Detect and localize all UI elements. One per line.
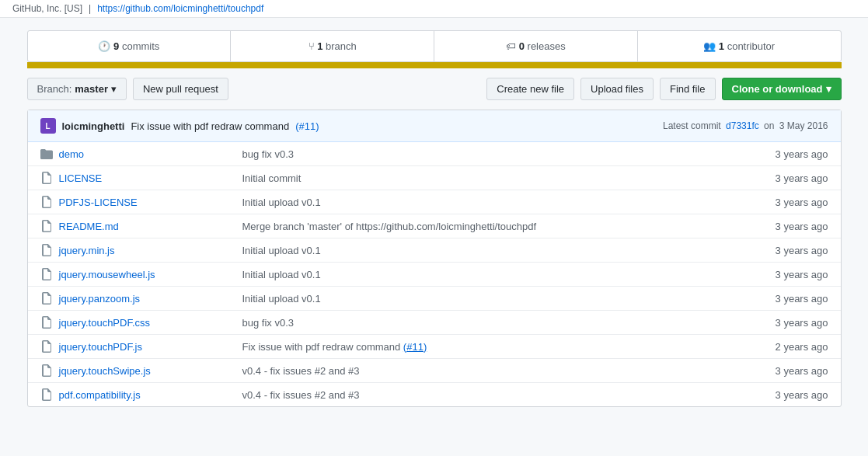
commit-issue-link[interactable]: (#11) [295,120,319,132]
file-toolbar: Branch: master ▾ New pull request Create… [27,78,842,100]
folder-icon [40,148,53,160]
file-icon [40,316,53,329]
file-time: 3 years ago [735,293,828,305]
branch-icon: ⑂ [309,40,318,52]
table-row: demobug fix v0.33 years ago [28,142,841,166]
commit-date: 3 May 2016 [779,120,828,131]
create-new-file-button[interactable]: Create new file [486,78,574,100]
clone-or-download-button[interactable]: Clone or download ▾ [722,78,842,100]
branch-selector[interactable]: Branch: master ▾ [27,78,127,100]
branches-count: 1 [317,40,322,52]
commits-icon: 🕐 [98,40,113,52]
file-commit-message: Initial upload v0.1 [230,197,735,208]
contributors-label: contributor [727,40,775,52]
table-row: pdf.compatibility.jsv0.4 - fix issues #2… [28,383,841,406]
contributors-count: 1 [719,40,724,52]
commits-count: 9 [113,40,119,52]
file-icon [40,196,53,208]
branches-stat[interactable]: ⑂ 1 branch [231,31,434,61]
file-list: demobug fix v0.33 years agoLICENSEInitia… [28,142,841,406]
file-time: 3 years ago [735,365,828,377]
file-name-link[interactable]: jquery.panzoom.js [59,293,230,305]
file-icon [40,388,53,401]
branch-dropdown-icon: ▾ [111,83,117,95]
file-icon [40,172,53,184]
file-icon [40,220,53,232]
file-icon [40,244,53,256]
author-avatar: L [40,118,56,134]
clone-dropdown-icon: ▾ [826,83,831,95]
commit-header: L loicminghetti Fix issue with pdf redra… [28,110,841,142]
table-row: jquery.touchPDF.cssbug fix v0.33 years a… [28,311,841,335]
file-time: 3 years ago [735,172,828,184]
file-time: 3 years ago [735,269,828,280]
file-commit-message: v0.4 - fix issues #2 and #3 [230,389,735,401]
toolbar-left: Branch: master ▾ New pull request [27,78,228,100]
repo-url[interactable]: https://github.com/loicminghetti/touchpd… [97,3,263,14]
file-time: 3 years ago [735,221,828,232]
language-bar [27,62,842,68]
date-label: on [764,120,774,131]
commits-label: commits [122,40,159,52]
file-name-link[interactable]: pdf.compatibility.js [59,389,230,401]
table-row: jquery.mousewheel.jsInitial upload v0.13… [28,263,841,287]
file-name-link[interactable]: jquery.mousewheel.js [59,269,230,280]
file-commit-message: Initial upload v0.1 [230,269,735,280]
file-time: 2 years ago [735,341,828,353]
org-label: GitHub, Inc. [US] [12,3,82,14]
file-commit-message: v0.4 - fix issues #2 and #3 [230,365,735,377]
file-name-link[interactable]: jquery.touchPDF.css [59,317,230,329]
file-commit-message: Initial upload v0.1 [230,245,735,256]
commit-hash-link[interactable]: d7331fc [726,120,759,131]
clone-button-label: Clone or download [732,83,823,95]
file-commit-message: Merge branch 'master' of https://github.… [230,221,735,232]
branches-label: branch [326,40,357,52]
file-icon [40,292,53,305]
file-name-link[interactable]: jquery.min.js [59,245,230,256]
table-row: LICENSEInitial commit3 years ago [28,166,841,190]
releases-label: releases [528,40,566,52]
repo-stats: 🕐 9 commits ⑂ 1 branch 🏷 0 releases 👥 1 … [27,30,842,62]
commits-stat[interactable]: 🕐 9 commits [28,31,232,61]
file-icon [40,268,53,280]
file-table: L loicminghetti Fix issue with pdf redra… [27,110,842,407]
table-row: PDFJS-LICENSEInitial upload v0.13 years … [28,190,841,214]
latest-commit-info: Latest commit d7331fc on 3 May 2016 [663,120,828,131]
contributors-stat[interactable]: 👥 1 contributor [638,31,841,61]
commit-author[interactable]: loicminghetti [62,120,125,132]
file-icon [40,340,53,353]
file-name-link[interactable]: jquery.touchSwipe.js [59,365,230,377]
new-pull-request-button[interactable]: New pull request [133,78,228,100]
file-name-link[interactable]: demo [59,148,230,160]
file-commit-message: Initial upload v0.1 [230,293,735,305]
releases-stat[interactable]: 🏷 0 releases [434,31,638,61]
file-commit-message: Fix issue with pdf redraw command (#11) [230,341,735,353]
table-row: jquery.panzoom.jsInitial upload v0.13 ye… [28,287,841,311]
table-row: jquery.touchPDF.jsFix issue with pdf red… [28,335,841,359]
toolbar-right: Create new file Upload files Find file C… [486,78,841,100]
table-row: jquery.touchSwipe.jsv0.4 - fix issues #2… [28,359,841,383]
file-time: 3 years ago [735,197,828,208]
commit-message: Fix issue with pdf redraw command [131,120,289,132]
file-time: 3 years ago [735,245,828,256]
table-row: jquery.min.jsInitial upload v0.13 years … [28,238,841,263]
file-commit-message: bug fix v0.3 [230,148,735,160]
contributors-icon: 👥 [703,40,719,52]
latest-label: Latest commit [663,120,721,131]
file-icon [40,364,53,377]
file-time: 3 years ago [735,148,828,160]
file-commit-message: Initial commit [230,172,735,184]
table-row: README.mdMerge branch 'master' of https:… [28,214,841,238]
find-file-button[interactable]: Find file [660,78,716,100]
file-commit-message: bug fix v0.3 [230,317,735,329]
file-name-link[interactable]: PDFJS-LICENSE [59,197,230,208]
file-name-link[interactable]: jquery.touchPDF.js [59,341,230,353]
file-name-link[interactable]: LICENSE [59,172,230,184]
issue-link[interactable]: (#11) [403,341,427,353]
releases-count: 0 [519,40,525,52]
file-name-link[interactable]: README.md [59,221,230,232]
file-time: 3 years ago [735,389,828,401]
tag-icon: 🏷 [506,40,519,52]
top-bar: GitHub, Inc. [US] | https://github.com/l… [0,0,868,18]
upload-files-button[interactable]: Upload files [580,78,654,100]
